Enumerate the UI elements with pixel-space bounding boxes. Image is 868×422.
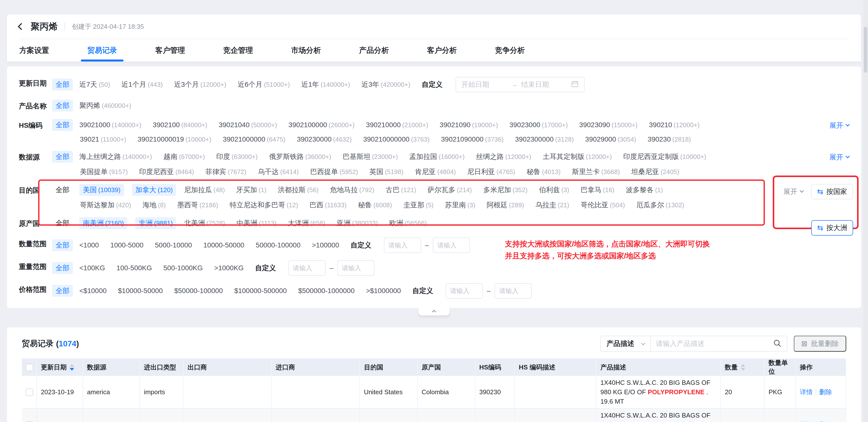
filter-option[interactable]: 自定义 — [412, 286, 433, 296]
filter-option[interactable]: <100KG — [80, 264, 105, 272]
tab-item[interactable]: 竞企管理 — [223, 39, 253, 62]
sort-control[interactable] — [70, 364, 74, 371]
detail-link[interactable]: 详情 — [800, 388, 813, 396]
sort-control[interactable] — [741, 364, 745, 371]
filter-option[interactable]: 390210000(21000+) — [366, 121, 428, 129]
delete-link[interactable]: 删除 — [819, 421, 832, 422]
filter-option[interactable]: 近6个月(51000+) — [238, 80, 290, 89]
filter-option[interactable]: 3902100(84000+) — [153, 121, 207, 129]
filter-option[interactable]: 5000-10000 — [155, 241, 192, 249]
end-date-input[interactable] — [521, 80, 567, 89]
filter-option[interactable]: 巴西(11633) — [310, 200, 347, 210]
filter-option[interactable]: 近7天(50) — [80, 80, 110, 89]
filter-option[interactable]: 美国提单(9157) — [80, 167, 128, 176]
filter-option[interactable]: 3902100000(26000+) — [288, 121, 354, 129]
filter-option[interactable]: 加拿大(120) — [132, 184, 176, 196]
filter-option[interactable]: 尼加拉瓜(48) — [184, 185, 225, 195]
filter-option[interactable]: $10000-50000 — [118, 287, 163, 295]
filter-option[interactable]: 390210(12000+) — [649, 121, 700, 129]
tab-item[interactable]: 客户分析 — [427, 39, 457, 62]
sort-desc-icon[interactable] — [741, 368, 745, 371]
filter-option[interactable]: 39023090(15000+) — [579, 121, 638, 129]
filter-option[interactable]: 洪都拉斯(56) — [278, 185, 318, 195]
filter-option[interactable]: 尼日利亚(4765) — [467, 167, 515, 176]
column-header[interactable]: 数据源 — [83, 359, 140, 376]
filter-all-tag[interactable]: 全部 — [52, 217, 73, 229]
tab-item[interactable]: 客户管理 — [155, 39, 186, 62]
filter-option[interactable]: 土耳其定制版(12000+) — [542, 152, 612, 161]
filter-option[interactable]: 大洋洲(658) — [288, 219, 326, 228]
tab-item[interactable]: 市场分析 — [291, 39, 321, 62]
filter-option[interactable]: 哥斯达黎加(420) — [80, 200, 131, 210]
filter-option[interactable]: 牙买加(1) — [236, 185, 267, 195]
filter-option[interactable]: 39021(11000+) — [80, 135, 126, 143]
column-header[interactable]: HS编码 — [475, 359, 515, 376]
calendar-icon[interactable] — [571, 80, 579, 89]
quantity-min-input[interactable] — [384, 237, 421, 253]
filter-option[interactable]: 美国(10039) — [80, 184, 124, 196]
filter-option[interactable]: 100-500KG — [117, 264, 152, 272]
column-header[interactable]: 原产国 — [417, 359, 475, 376]
filter-option[interactable]: 厄瓜多尔(1302) — [637, 200, 684, 210]
batch-delete-button[interactable]: ⊠批量删除 — [794, 336, 846, 352]
filter-option[interactable]: 自定义 — [255, 263, 276, 273]
filter-option[interactable]: 丝绸之路(12000+) — [476, 152, 531, 161]
filter-option[interactable]: 波多黎各(1) — [626, 185, 663, 195]
filter-option[interactable]: 肯尼亚(4804) — [415, 167, 456, 176]
tab-item[interactable]: 产品分析 — [359, 39, 390, 62]
column-header[interactable]: 数量单位 — [764, 359, 796, 376]
price-min-input[interactable] — [446, 283, 483, 298]
filter-option[interactable]: 巴西提单(5952) — [310, 167, 358, 176]
filter-option[interactable]: 中美洲(1113) — [236, 219, 276, 228]
filter-option[interactable]: 巴基斯坦(23000+) — [343, 152, 398, 161]
filter-all-tag[interactable]: 全部 — [52, 184, 73, 196]
filter-all-tag[interactable]: 全部 — [52, 285, 73, 297]
filter-option[interactable]: 苏里南(3) — [445, 200, 475, 210]
expand-link[interactable]: 展开 — [829, 119, 849, 130]
select-all-checkbox[interactable] — [26, 364, 33, 371]
filter-option[interactable]: 印度(63000+) — [216, 152, 258, 161]
column-header[interactable]: 操作 — [796, 359, 846, 376]
column-header[interactable]: HS 编码描述 — [515, 359, 596, 376]
filter-all-tag[interactable]: 全部 — [52, 151, 73, 163]
expand-link-gray[interactable]: 展开 — [783, 187, 803, 196]
filter-option[interactable]: $100000-500000 — [235, 287, 287, 295]
filter-option[interactable]: 390210000019(10000+) — [137, 135, 212, 143]
filter-option[interactable]: 萨尔瓦多(214) — [428, 185, 472, 195]
filter-option[interactable]: 亚洲(380033) — [337, 219, 378, 228]
filter-option[interactable]: 海地(8) — [143, 200, 166, 210]
filter-all-tag[interactable]: 全部 — [52, 262, 73, 274]
filter-option[interactable]: 3902300000(3128) — [515, 135, 574, 143]
filter-all-tag[interactable]: 全部 — [52, 119, 73, 131]
filter-option[interactable]: 秘鲁(4013) — [527, 167, 560, 176]
filter-option[interactable]: 390230000(4632) — [297, 135, 352, 143]
column-header[interactable]: 目的国 — [360, 359, 417, 376]
filter-option[interactable]: 巴拿马(16) — [581, 185, 614, 195]
row-checkbox[interactable] — [26, 389, 33, 396]
filter-option[interactable]: 海上丝绸之路(140000+) — [80, 152, 152, 161]
filter-option[interactable]: 圭亚那(5) — [403, 200, 434, 210]
filter-option[interactable]: 39023000(17000+) — [509, 121, 568, 129]
filter-option[interactable]: 500-1000KG — [163, 264, 203, 272]
filter-all-tag[interactable]: 全部 — [52, 78, 73, 91]
filter-option[interactable]: 菲律宾(7672) — [205, 167, 246, 176]
search-input[interactable] — [651, 340, 773, 348]
tab-item[interactable]: 贸易记录 — [87, 39, 118, 62]
filter-option[interactable]: 印度尼西亚(8464) — [139, 167, 194, 176]
filter-all-tag[interactable]: 全部 — [52, 100, 73, 111]
filter-option[interactable]: 斯里兰卡(3668) — [572, 167, 620, 176]
sort-desc-icon[interactable] — [70, 368, 74, 371]
filter-option[interactable]: 印度尼西亚定制版(10000+) — [623, 152, 706, 161]
filter-option[interactable]: 近3个月(12000+) — [174, 80, 226, 89]
filter-option[interactable]: 北美洲(7528) — [184, 219, 225, 228]
filter-option[interactable]: 乌拉圭(21) — [535, 200, 569, 210]
filter-option[interactable]: 近1个月(443) — [122, 80, 163, 89]
start-date-input[interactable] — [462, 80, 507, 89]
filter-option[interactable]: 坦桑尼亚(2405) — [631, 167, 679, 176]
filter-option[interactable]: 南美洲(2160) — [80, 217, 127, 229]
tab-item[interactable]: 竞争分析 — [495, 39, 525, 62]
filter-option[interactable]: 聚丙烯(460000+) — [80, 101, 131, 110]
filter-option[interactable]: 39021090000(3736) — [441, 135, 503, 143]
filter-option[interactable]: 自定义 — [351, 240, 372, 250]
filter-option[interactable]: 阿根廷(289) — [487, 200, 524, 210]
